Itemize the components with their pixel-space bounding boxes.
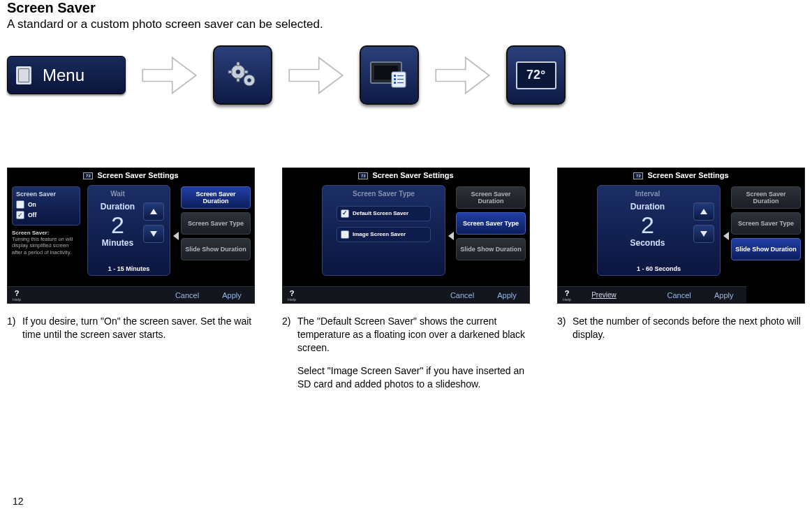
range-label: 1 - 60 Seconds (598, 265, 720, 272)
duration-label: Duration (92, 202, 143, 212)
range-label: 1 - 15 Minutes (88, 265, 170, 272)
duration-unit: Minutes (92, 238, 143, 248)
svg-rect-3 (237, 78, 239, 82)
panel-screensaver-duration: Screen Saver Settings Screen Saver On ✓O… (7, 168, 255, 304)
increase-button[interactable] (143, 202, 164, 221)
caret-left-icon (723, 184, 729, 288)
panel-title: Screen Saver Settings (8, 171, 254, 179)
interval-label: Interval (602, 190, 693, 198)
svg-rect-12 (394, 78, 396, 80)
svg-rect-2 (237, 62, 239, 66)
menu-icon (16, 66, 31, 84)
menu-button[interactable]: Menu (7, 56, 126, 94)
page-title: Screen Saver (7, 0, 805, 16)
duration-label: Duration (602, 202, 693, 212)
page-subtitle: A standard or a custom photo screen save… (7, 17, 805, 31)
help-button[interactable]: ?Help (8, 286, 26, 303)
hint-text: Turning this feature on will display sim… (12, 236, 80, 256)
tab-slide[interactable]: Slide Show Duration (181, 238, 251, 260)
tab-slide[interactable]: Slide Show Duration (731, 238, 801, 260)
arrow-right-icon (140, 51, 199, 100)
wait-box: Wait Duration 2 Minutes 1 - 15 Minutes (87, 185, 170, 276)
interval-box: Interval Duration 2 Seconds 1 - 60 Secon… (597, 185, 721, 276)
panel-slideshow-duration: Screen Saver Settings Interval Duration … (557, 168, 805, 304)
decrease-button[interactable] (143, 225, 164, 243)
preview-button[interactable]: Preview (576, 286, 632, 303)
apply-button[interactable]: Apply (702, 286, 746, 303)
panel-title: Screen Saver Settings (558, 171, 804, 179)
screensaver-toggle-panel: Screen Saver On ✓Off (12, 186, 80, 225)
duration-unit: Seconds (602, 238, 693, 248)
svg-point-1 (236, 70, 240, 74)
tab-type[interactable]: Screen Saver Type (181, 212, 251, 235)
svg-rect-5 (244, 71, 248, 73)
increase-button[interactable] (693, 202, 714, 221)
toggle-title: Screen Saver (16, 191, 76, 198)
panel-title: Screen Saver Settings (283, 171, 529, 179)
menu-label: Menu (43, 66, 84, 85)
screensaver-settings-icon[interactable] (360, 45, 419, 105)
type-title: Screen Saver Type (327, 190, 441, 198)
settings-icon[interactable] (213, 45, 272, 105)
duration-value: 2 (602, 213, 693, 237)
option-image-saver[interactable]: Image Screen Saver (337, 227, 431, 242)
tab-slide[interactable]: Slide Show Duration (456, 238, 526, 260)
decrease-button[interactable] (693, 225, 714, 243)
tab-type[interactable]: Screen Saver Type (731, 212, 801, 235)
step-1: 1) If you desire, turn "On" the screen s… (7, 315, 255, 351)
svg-point-7 (247, 78, 251, 82)
page-number: 12 (13, 496, 24, 507)
checkbox-icon (341, 230, 349, 239)
duration-value: 2 (92, 213, 143, 237)
checkbox-icon: ✓ (16, 211, 24, 219)
tab-duration[interactable]: Screen Saver Duration (731, 186, 801, 209)
svg-rect-13 (394, 82, 396, 84)
nav-sequence: Menu 72° (7, 45, 805, 105)
svg-rect-4 (228, 71, 232, 73)
arrow-right-icon (433, 51, 492, 100)
temp-value: 72° (516, 61, 556, 89)
type-box: Screen Saver Type ✓Default Screen Saver … (322, 185, 445, 276)
svg-rect-11 (394, 75, 396, 77)
help-button[interactable]: ?Help (558, 286, 576, 303)
tab-duration[interactable]: Screen Saver Duration (181, 186, 251, 209)
tab-type[interactable]: Screen Saver Type (456, 212, 526, 235)
tab-duration[interactable]: Screen Saver Duration (456, 186, 526, 209)
apply-button[interactable]: Apply (485, 286, 529, 303)
hint-title: Screen Saver: (12, 230, 80, 236)
cancel-button[interactable]: Cancel (440, 286, 485, 303)
cancel-button[interactable]: Cancel (657, 286, 702, 303)
wait-label: Wait (92, 190, 143, 198)
apply-button[interactable]: Apply (209, 286, 254, 303)
option-default-saver[interactable]: ✓Default Screen Saver (337, 206, 431, 221)
checkbox-icon: ✓ (341, 209, 349, 218)
step-2: 2) The "Default Screen Saver" shows the … (282, 315, 530, 400)
option-on[interactable]: On (16, 200, 76, 209)
arrow-right-icon (286, 51, 346, 100)
caret-left-icon (173, 184, 179, 288)
temperature-display-icon[interactable]: 72° (506, 45, 566, 105)
checkbox-icon (16, 200, 24, 209)
caret-left-icon (448, 184, 454, 288)
step-3: 3) Set the number of seconds before the … (557, 315, 805, 351)
option-off[interactable]: ✓Off (16, 211, 76, 219)
help-button[interactable]: ?Help (283, 286, 301, 303)
cancel-button[interactable]: Cancel (165, 286, 209, 303)
panel-screensaver-type: Screen Saver Settings Screen Saver Type … (282, 168, 530, 304)
